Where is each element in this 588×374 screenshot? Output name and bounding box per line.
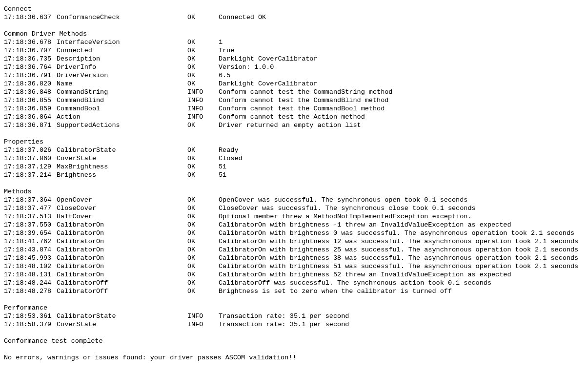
log-message: DarkLight CoverCalibrator [219, 80, 584, 88]
log-status: OK [187, 212, 219, 221]
log-status: OK [187, 38, 219, 46]
section-header: Connect [4, 5, 584, 13]
log-status: OK [187, 229, 219, 237]
log-timestamp: 17:18:36.871 [4, 121, 57, 129]
log-row: 17:18:36.791DriverVersionOK6.5 [4, 71, 584, 80]
log-timestamp: 17:18:48.278 [4, 287, 57, 295]
log-row: 17:18:48.131CalibratorOnOKCalibratorOn w… [4, 270, 584, 279]
log-status: OK [187, 237, 219, 246]
log-timestamp: 17:18:37.477 [4, 204, 57, 212]
log-test-name: CoverState [57, 320, 187, 329]
log-message: DarkLight CoverCalibrator [219, 55, 584, 63]
log-message: Ready [219, 146, 584, 154]
log-test-name: Brightness [57, 171, 187, 179]
log-test-name: SupportedActions [57, 121, 187, 129]
log-test-name: CalibratorOff [57, 279, 187, 287]
log-test-name: Name [57, 80, 187, 88]
log-message: CalibratorOn with brightness 0 was succe… [219, 229, 584, 237]
log-row: 17:18:36.871SupportedActionsOKDriver ret… [4, 121, 584, 129]
log-status: OK [187, 171, 219, 179]
log-row: 17:18:37.129MaxBrightnessOK51 [4, 163, 584, 171]
log-test-name: DriverVersion [57, 71, 187, 80]
log-row: 17:18:45.993CalibratorOnOKCalibratorOn w… [4, 254, 584, 262]
log-message: Conform cannot test the CommandString me… [219, 88, 584, 96]
log-timestamp: 17:18:37.214 [4, 171, 57, 179]
log-status: OK [187, 262, 219, 270]
log-status: OK [187, 287, 219, 295]
log-test-name: Connected [57, 46, 187, 55]
log-timestamp: 17:18:36.735 [4, 55, 57, 63]
log-message: Optional member threw a MethodNotImpleme… [219, 212, 584, 221]
log-test-name: MaxBrightness [57, 163, 187, 171]
log-test-name: CalibratorOn [57, 246, 187, 254]
section-header: Performance [4, 304, 584, 312]
log-test-name: HaltCover [57, 212, 187, 221]
log-row: 17:18:37.477CloseCoverOKCloseCover was s… [4, 204, 584, 212]
log-message: Conform cannot test the Action method [219, 113, 584, 121]
log-row: 17:18:58.379CoverStateINFOTransaction ra… [4, 320, 584, 329]
log-message: CalibratorOn with brightness 12 was succ… [219, 237, 584, 246]
log-timestamp: 17:18:36.637 [4, 13, 57, 21]
log-row: 17:18:48.278CalibratorOffOKBrightness is… [4, 287, 584, 295]
log-timestamp: 17:18:53.361 [4, 312, 57, 320]
log-status: INFO [187, 312, 219, 320]
log-message: CalibratorOn with brightness 38 was succ… [219, 254, 584, 262]
log-test-name: CalibratorOn [57, 237, 187, 246]
log-status: OK [187, 13, 219, 21]
log-timestamp: 17:18:36.855 [4, 96, 57, 104]
log-row: 17:18:36.637ConformanceCheckOKConnected … [4, 13, 584, 21]
log-message: CalibratorOn with brightness 25 was succ… [219, 246, 584, 254]
log-status: INFO [187, 104, 219, 113]
log-message: Transaction rate: 35.1 per second [219, 320, 584, 329]
log-test-name: CalibratorOn [57, 221, 187, 229]
log-message: CalibratorOn with brightness -1 threw an… [219, 221, 584, 229]
log-timestamp: 17:18:37.060 [4, 154, 57, 163]
log-message: Closed [219, 154, 584, 163]
log-row: 17:18:53.361CalibratorStateINFOTransacti… [4, 312, 584, 320]
log-status: OK [187, 246, 219, 254]
log-message: True [219, 46, 584, 55]
log-message: CloseCover was successful. The synchrono… [219, 204, 584, 212]
log-status: OK [187, 46, 219, 55]
log-status: OK [187, 221, 219, 229]
log-row: 17:18:36.735DescriptionOKDarkLight Cover… [4, 55, 584, 63]
log-message: CalibratorOn with brightness 51 was succ… [219, 262, 584, 270]
log-test-name: CalibratorOn [57, 254, 187, 262]
log-timestamp: 17:18:37.129 [4, 163, 57, 171]
log-timestamp: 17:18:36.859 [4, 104, 57, 113]
log-status: OK [187, 204, 219, 212]
log-status: OK [187, 279, 219, 287]
log-message: OpenCover was successful. The synchronou… [219, 196, 584, 204]
log-timestamp: 17:18:36.820 [4, 80, 57, 88]
log-test-name: DriverInfo [57, 63, 187, 71]
log-timestamp: 17:18:36.791 [4, 71, 57, 80]
log-test-name: CalibratorOn [57, 270, 187, 279]
log-row: 17:18:37.513HaltCoverOKOptional member t… [4, 212, 584, 221]
log-row: 17:18:48.102CalibratorOnOKCalibratorOn w… [4, 262, 584, 270]
log-row: 17:18:36.820NameOKDarkLight CoverCalibra… [4, 80, 584, 88]
log-row: 17:18:36.855CommandBlindINFOConform cann… [4, 96, 584, 104]
log-row: 17:18:48.244CalibratorOffOKCalibratorOff… [4, 279, 584, 287]
section-header: Common Driver Methods [4, 30, 584, 38]
log-timestamp: 17:18:36.848 [4, 88, 57, 96]
log-timestamp: 17:18:36.707 [4, 46, 57, 55]
log-timestamp: 17:18:39.654 [4, 229, 57, 237]
log-timestamp: 17:18:48.102 [4, 262, 57, 270]
log-message: CalibratorOff was successful. The synchr… [219, 279, 584, 287]
log-test-name: CoverState [57, 154, 187, 163]
log-test-name: CommandBool [57, 104, 187, 113]
log-timestamp: 17:18:48.244 [4, 279, 57, 287]
log-output: Connect17:18:36.637ConformanceCheckOKCon… [4, 5, 584, 329]
log-row: 17:18:36.678InterfaceVersionOK1 [4, 38, 584, 46]
log-row: 17:18:36.864ActionINFOConform cannot tes… [4, 113, 584, 121]
log-test-name: Description [57, 55, 187, 63]
log-message: Version: 1.0.0 [219, 63, 584, 71]
log-timestamp: 17:18:43.874 [4, 246, 57, 254]
log-message: 51 [219, 163, 584, 171]
section-header: Properties [4, 138, 584, 146]
log-status: OK [187, 121, 219, 129]
log-test-name: CalibratorOn [57, 262, 187, 270]
log-test-name: CalibratorOn [57, 229, 187, 237]
log-test-name: CloseCover [57, 204, 187, 212]
log-message: Driver returned an empty action list [219, 121, 584, 129]
